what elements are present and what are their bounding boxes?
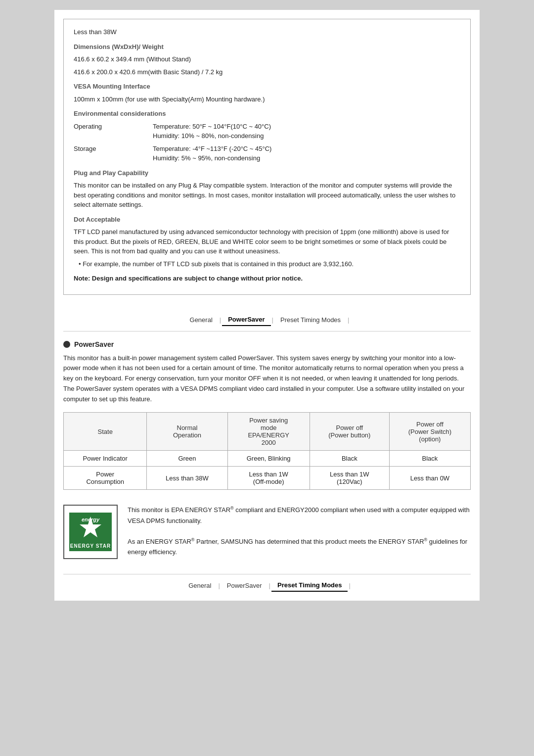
- tab-general-top[interactable]: General: [184, 314, 219, 326]
- dimensions-value2: 416.6 x 200.0 x 420.6 mm(with Basic Stan…: [74, 67, 460, 77]
- dimensions-heading: Dimensions (WxDxH)/ Weight: [74, 42, 460, 52]
- top-nav-tabs: General | PowerSaver | Preset Timing Mod…: [63, 305, 471, 331]
- spec-panel: Less than 38W Dimensions (WxDxH)/ Weight…: [63, 19, 471, 295]
- bottom-nav-sep-3: |: [349, 582, 350, 589]
- energy-star-svg: energy ENERGY STAR: [68, 512, 113, 552]
- dot-desc: TFT LCD panel manufactured by using adva…: [74, 227, 460, 256]
- cell-off-button-1: Black: [310, 451, 389, 467]
- storage-row: Storage Temperature: -4°F ~113°F (-20°C …: [74, 144, 460, 163]
- storage-label: Storage: [74, 144, 153, 163]
- cell-state-1: Power Indicator: [64, 451, 147, 467]
- tab-preset-top[interactable]: Preset Timing Modes: [274, 314, 347, 326]
- col-off-switch: Power off(Power Switch)(option): [389, 413, 470, 451]
- cell-normal-2: Less than 38W: [147, 467, 227, 490]
- bottom-nav-tabs: General | PowerSaver | Preset Timing Mod…: [63, 574, 471, 601]
- energy-description: This monitor is EPA ENERGY STAR® complia…: [128, 505, 471, 558]
- powersaver-title: PowerSaver: [74, 340, 114, 348]
- tab-preset-bottom[interactable]: Preset Timing Modes: [271, 579, 348, 592]
- tab-powersaver-top[interactable]: PowerSaver: [222, 314, 270, 326]
- powersaver-description: This monitor has a built-in power manage…: [63, 353, 471, 405]
- table-row: Power Indicator Green Green, Blinking Bl…: [64, 451, 471, 467]
- operating-humidity: Humidity: 10% ~ 80%, non-condensing: [153, 132, 264, 140]
- col-saving: Power savingmodeEPA/ENERGY2000: [227, 413, 310, 451]
- table-row: PowerConsumption Less than 38W Less than…: [64, 467, 471, 490]
- operating-label: Operating: [74, 122, 153, 141]
- dimensions-value1: 416.6 x 60.2 x 349.4 mm (Without Stand): [74, 54, 460, 64]
- cell-off-button-2: Less than 1W(120Vac): [310, 467, 389, 490]
- col-state: State: [64, 413, 147, 451]
- nav-sep-1: |: [220, 316, 221, 324]
- env-heading: Environmental considerations: [74, 109, 460, 119]
- cell-state-2: PowerConsumption: [64, 467, 147, 490]
- cell-off-switch-1: Black: [389, 451, 470, 467]
- bottom-nav-sep-2: |: [269, 582, 270, 589]
- col-off-button: Power off(Power button): [310, 413, 389, 451]
- tab-powersaver-bottom[interactable]: PowerSaver: [221, 580, 268, 591]
- energy-star-logo: energy ENERGY STAR: [63, 505, 118, 559]
- svg-text:energy: energy: [82, 517, 100, 522]
- storage-temp: Temperature: -4°F ~113°F (-20°C ~ 45°C): [153, 145, 271, 152]
- power-table: State NormalOperation Power savingmodeEP…: [63, 412, 471, 490]
- powersaver-section: PowerSaver This monitor has a built-in p…: [63, 340, 471, 500]
- powersaver-header: PowerSaver: [63, 340, 471, 348]
- energy-desc-1: This monitor is EPA ENERGY STAR® complia…: [128, 505, 471, 526]
- col-normal: NormalOperation: [147, 413, 227, 451]
- circle-icon: [63, 341, 70, 348]
- nav-sep-3: |: [348, 316, 349, 324]
- storage-humidity: Humidity: 5% ~ 95%, non-condensing: [153, 154, 260, 162]
- spec-note: Note: Design and specifications are subj…: [74, 274, 460, 284]
- energy-section: energy ENERGY STAR This monitor is EPA E…: [63, 500, 471, 564]
- operating-value: Temperature: 50°F ~ 104°F(10°C ~ 40°C) H…: [153, 122, 460, 141]
- vesa-heading: VESA Mounting Interface: [74, 82, 460, 92]
- operating-row: Operating Temperature: 50°F ~ 104°F(10°C…: [74, 122, 460, 141]
- plug-heading: Plug and Play Capability: [74, 168, 460, 178]
- dot-bullet: • For example, the number of TFT LCD sub…: [79, 259, 460, 269]
- operating-temp: Temperature: 50°F ~ 104°F(10°C ~ 40°C): [153, 123, 271, 130]
- cell-saving-2: Less than 1W(Off-mode): [227, 467, 310, 490]
- page: Less than 38W Dimensions (WxDxH)/ Weight…: [54, 10, 480, 601]
- bottom-nav-sep-1: |: [218, 582, 220, 589]
- plug-desc: This monitor can be installed on any Plu…: [74, 181, 460, 210]
- cell-normal-1: Green: [147, 451, 227, 467]
- power-value: Less than 38W: [74, 27, 460, 37]
- cell-off-switch-2: Less than 0W: [389, 467, 470, 490]
- dot-heading: Dot Acceptable: [74, 215, 460, 225]
- storage-value: Temperature: -4°F ~113°F (-20°C ~ 45°C) …: [153, 144, 460, 163]
- svg-text:ENERGY STAR: ENERGY STAR: [70, 543, 111, 549]
- vesa-value: 100mm x 100mm (for use with Specialty(Ar…: [74, 94, 460, 104]
- energy-desc-2: As an ENERGY STAR® Partner, SAMSUNG has …: [128, 536, 471, 558]
- cell-saving-1: Green, Blinking: [227, 451, 310, 467]
- tab-general-bottom[interactable]: General: [182, 580, 217, 591]
- nav-sep-2: |: [272, 316, 273, 324]
